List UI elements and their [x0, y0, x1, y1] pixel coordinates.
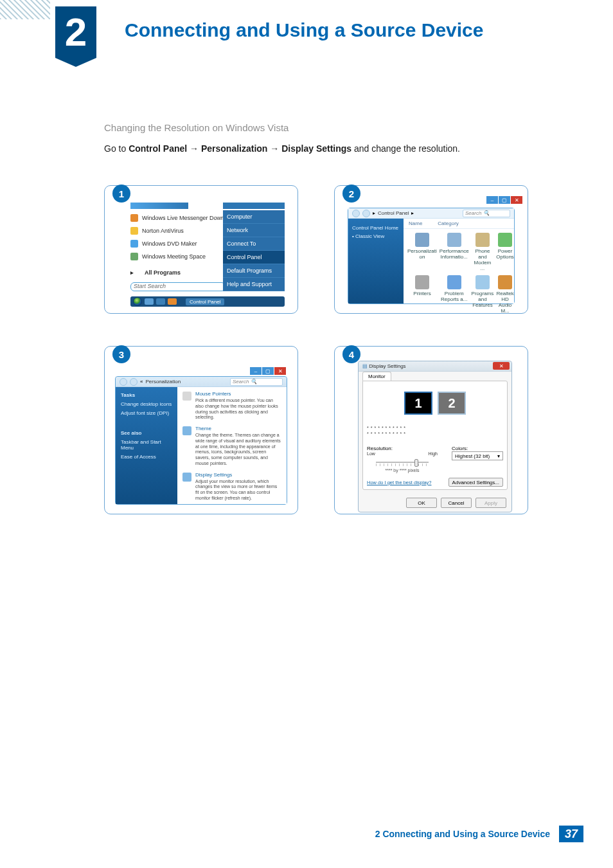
chapter-badge: 2 [55, 6, 96, 58]
nav-fwd-icon[interactable] [362, 210, 370, 217]
colors-select[interactable]: Highest (32 bit) ▾ [452, 451, 503, 460]
personalization-screenshot: – ▢ ✕ « Personalization Search🔍 [111, 358, 291, 507]
slider-low: Low [367, 451, 375, 456]
seealso-label: See also [121, 430, 172, 436]
program-label: Windows DVD Maker [142, 240, 197, 247]
resolution-slider[interactable] [367, 458, 438, 467]
menu-item[interactable]: Default Programs [223, 264, 285, 278]
search-icon: 🔍 [251, 379, 257, 384]
resolution-value: **** by **** pixels [367, 468, 438, 473]
taskbar-button[interactable] [156, 298, 165, 305]
apply-button[interactable]: Apply [475, 498, 506, 508]
resolution-label: Resolution: [367, 446, 438, 451]
section-icon [182, 426, 191, 435]
cp-icon[interactable]: Power Options [496, 233, 514, 271]
taskbar-control-panel[interactable]: Control Panel [186, 298, 224, 305]
advanced-settings-button[interactable]: Advanced Settings... [449, 478, 503, 487]
close-icon[interactable]: ✕ [511, 196, 522, 204]
section-icon [182, 473, 191, 482]
menu-item[interactable]: Help and Support [223, 278, 285, 291]
minimize-icon[interactable]: – [486, 196, 498, 204]
menu-item-control-panel[interactable]: Control Panel [223, 251, 285, 264]
taskbar: Control Panel [130, 296, 285, 307]
cancel-button[interactable]: Cancel [441, 498, 472, 508]
slider-high: High [429, 451, 438, 456]
section-subtitle: Changing the Resolution on Windows Vista [104, 122, 541, 133]
search-icon: 🔍 [483, 210, 490, 216]
nav-back-icon[interactable] [120, 378, 127, 386]
task-link[interactable]: Change desktop icons [121, 401, 172, 407]
display-settings-screenshot: ▤ Display Settings ✕ Monitor 1 2 ******* [341, 358, 521, 507]
section-desc: Change the theme. Themes can change a wi… [195, 433, 281, 467]
menu-item[interactable]: Computer [223, 210, 285, 224]
monitor-1[interactable]: 1 [404, 392, 432, 415]
start-orb-icon[interactable] [133, 297, 142, 306]
dialog-title: Display Settings [369, 363, 405, 369]
maximize-icon[interactable]: ▢ [262, 367, 274, 375]
maximize-icon[interactable]: ▢ [499, 196, 510, 204]
cp-icon[interactable]: Phone and Modem ... [472, 233, 494, 271]
body-text: Changing the Resolution on Windows Vista… [104, 122, 541, 156]
nav-fwd-icon[interactable] [130, 378, 138, 386]
page-footer: 2 Connecting and Using a Source Device 3… [0, 826, 613, 842]
taskbar-button[interactable] [168, 298, 177, 305]
side-link[interactable]: • Classic View [352, 233, 400, 239]
page-hatch [0, 0, 50, 19]
cp-icon[interactable]: Printers [407, 275, 437, 314]
screenshot-panel-2: 2 – ▢ ✕ ▸ Control Panel ▸ [334, 185, 528, 314]
cp-icon[interactable]: Realtek HD Audio M... [496, 275, 514, 314]
cp-icon[interactable]: Performance Informatio... [440, 233, 469, 271]
taskbar-button[interactable] [145, 298, 154, 305]
chevron-down-icon: ▾ [497, 453, 500, 459]
tab-monitor[interactable]: Monitor [362, 372, 391, 381]
breadcrumb: Control Panel [378, 210, 409, 216]
chapter-title: Connecting and Using a Source Device [125, 19, 483, 41]
program-label: Windows Live Messenger Download [142, 215, 235, 221]
chapter-number: 2 [65, 12, 87, 52]
control-panel-screenshot: – ▢ ✕ ▸ Control Panel ▸ Search🔍 [341, 197, 521, 307]
footer-text: 2 Connecting and Using a Source Device [375, 829, 550, 839]
slider-thumb-icon[interactable] [414, 459, 418, 467]
ok-button[interactable]: OK [406, 498, 437, 508]
nav-back-icon[interactable] [352, 210, 360, 217]
help-link[interactable]: How do I get the best display? [367, 480, 431, 485]
menu-item[interactable]: Network [223, 224, 285, 237]
section-link[interactable]: Mouse Pointers [195, 391, 281, 397]
col-header: Category [438, 221, 458, 226]
arrow-2: → [267, 143, 281, 154]
cp-icon[interactable]: Problem Reports a... [440, 275, 469, 314]
screenshot-panel-3: 3 – ▢ ✕ « Personalization Search🔍 [104, 346, 298, 514]
section-icon [182, 392, 191, 401]
monitor-2[interactable]: 2 [438, 392, 466, 415]
seealso-link[interactable]: Taskbar and Start Menu [121, 439, 172, 451]
side-link[interactable]: Control Panel Home [352, 225, 400, 231]
seealso-link[interactable]: Ease of Access [121, 454, 172, 460]
screenshot-panel-4: 4 ▤ Display Settings ✕ Monitor 1 2 [334, 346, 528, 514]
redacted-text: ********************** [367, 425, 503, 437]
cp-icon[interactable]: Programs and Features [472, 275, 494, 314]
colors-value: Highest (32 bit) [455, 453, 490, 459]
section-link[interactable]: Theme [195, 426, 281, 431]
chevron-right-icon: ▸ [130, 269, 134, 276]
task-link[interactable]: Adjust font size (DPI) [121, 410, 172, 416]
program-label: Windows Meeting Space [142, 253, 206, 260]
minimize-icon[interactable]: – [250, 367, 262, 375]
path-1: Control Panel [129, 143, 187, 154]
all-programs: All Programs [145, 269, 181, 276]
page-number: 37 [559, 826, 583, 842]
app-icon [130, 240, 138, 248]
cp-icon[interactable]: Personalizati on [407, 233, 437, 271]
menu-item[interactable]: Connect To [223, 237, 285, 251]
search-input[interactable]: Search🔍 [230, 378, 283, 386]
close-icon[interactable]: ✕ [274, 367, 286, 375]
section-desc: Adjust your monitor resolution, which ch… [195, 479, 281, 502]
search-input[interactable]: Search🔍 [463, 210, 510, 217]
arrow-1: → [187, 143, 201, 154]
instr-suffix: and change the resolution. [351, 143, 460, 154]
instr-prefix: Go to [104, 143, 129, 154]
section-link-display-settings[interactable]: Display Settings [195, 472, 281, 478]
path-2: Personalization [201, 143, 267, 154]
program-label: Norton AntiVirus [142, 228, 184, 234]
close-icon[interactable]: ✕ [493, 362, 510, 370]
start-search-input[interactable]: Start Search [130, 282, 226, 291]
